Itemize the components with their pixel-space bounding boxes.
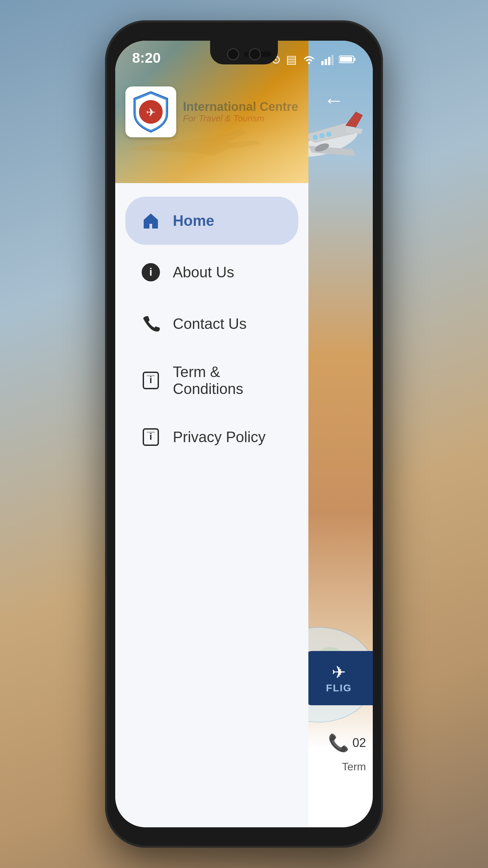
back-button[interactable]: ← [319,85,349,115]
telephone-icon: 📞 [328,733,349,753]
nav-label-privacy: Privacy Policy [173,429,266,446]
flight-card-text: FLIG [326,682,352,694]
front-camera [227,48,239,60]
svg-rect-14 [147,375,155,376]
svg-rect-17 [147,432,155,433]
face-id-camera [249,48,261,60]
nav-label-home: Home [173,212,214,229]
svg-rect-4 [331,55,333,65]
status-icon-card: ▤ [286,53,297,66]
back-arrow-icon: ← [324,88,344,112]
svg-text:i: i [149,266,152,278]
home-icon [139,209,163,233]
svg-point-19 [312,135,318,140]
svg-point-21 [326,132,331,137]
svg-rect-7 [340,57,352,62]
info-icon-about: i [139,260,163,284]
phone-number: 02 [352,736,366,750]
nav-label-terms: Term & Conditions [173,363,285,397]
wifi-icon [302,54,316,65]
terms-footer-text: Term [342,761,366,773]
flight-card-icon: ✈ [332,663,346,682]
phone-contact-row: 📞 02 [328,733,366,753]
logo-badge-svg: ✈ [130,90,171,134]
svg-rect-3 [328,57,330,65]
nav-item-home[interactable]: Home [125,197,298,245]
status-time: 8:20 [132,50,161,66]
nav-item-privacy[interactable]: i Privacy Policy [125,413,298,461]
nav-list: Home i About Us [115,183,308,827]
signal-icon [321,54,333,65]
svg-point-20 [319,133,325,138]
nav-label-about: About Us [173,264,234,281]
main-content: ← [308,41,373,827]
privacy-icon: i [139,425,163,449]
logo-icon: ✈ [125,86,176,137]
status-icons: ⊙ ▤ [271,53,356,66]
battery-icon [339,55,356,64]
svg-rect-1 [321,61,324,65]
svg-rect-2 [325,59,327,65]
terms-footer: Term [308,761,373,773]
phone-frame: 8:20 ⊙ ▤ [105,20,383,848]
navigation-drawer: ✈ International Centre For Travel & Tour… [115,41,308,827]
svg-point-0 [308,62,310,64]
nav-label-contact: Contact Us [173,315,247,332]
screen-content: ✈ International Centre For Travel & Tour… [115,41,373,827]
notch [210,41,278,64]
svg-text:✈: ✈ [146,106,156,119]
nav-item-contact[interactable]: Contact Us [125,300,298,348]
svg-rect-6 [354,58,355,61]
phone-icon-contact [139,312,163,336]
nav-item-terms[interactable]: i Term & Conditions [125,351,298,410]
phone-screen: 8:20 ⊙ ▤ [115,41,373,827]
terms-icon: i [139,369,163,392]
flight-card[interactable]: ✈ FLIG [308,651,373,705]
nav-item-about[interactable]: i About Us [125,248,298,296]
